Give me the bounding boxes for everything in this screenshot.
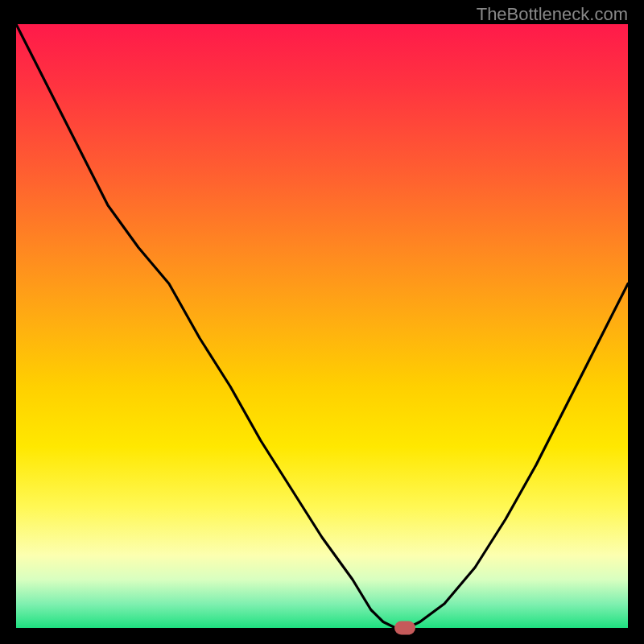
chart-container: TheBottleneck.com	[0, 0, 644, 644]
bottleneck-curve	[16, 24, 628, 628]
minimum-marker	[394, 621, 415, 635]
watermark-text: TheBottleneck.com	[477, 4, 628, 25]
